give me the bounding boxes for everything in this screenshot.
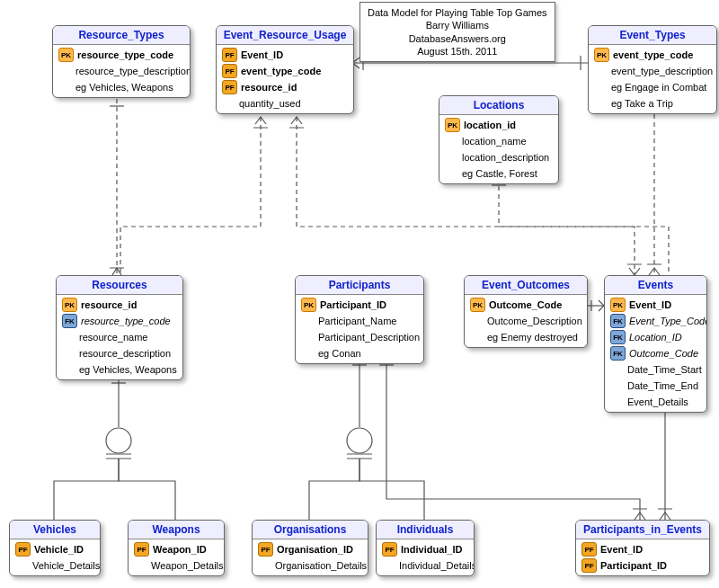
pf-key-icon: PF — [222, 64, 237, 78]
pk-key-icon: PK — [470, 298, 485, 312]
attribute-row: Outcome_Description — [465, 313, 587, 329]
pk-key-icon: PK — [445, 118, 460, 132]
attribute-row: resource_name — [57, 329, 182, 345]
attribute-row: eg Enemy destroyed — [465, 329, 587, 345]
attribute-label: event_type_code — [613, 49, 693, 60]
attribute-row: Organisation_Details — [253, 557, 368, 574]
attribute-label: eg Castle, Forest — [462, 168, 537, 179]
svg-point-1 — [347, 428, 372, 453]
attribute-row: PKOutcome_Code — [465, 297, 587, 313]
pk-key-icon: PK — [58, 48, 74, 62]
attribute-label: Individual_ID — [401, 544, 462, 555]
fk-key-icon: FK — [610, 314, 626, 328]
attribute-row: eg Take a Trip — [589, 95, 716, 111]
entity-body: PKOutcome_CodeOutcome_Descriptioneg Enem… — [465, 295, 587, 347]
pk-key-icon: PK — [301, 298, 316, 312]
diagram-title-box: Data Model for Playing Table Top Games B… — [360, 2, 555, 62]
pf-key-icon: PF — [134, 542, 149, 557]
attribute-row: PFIndividual_ID — [377, 541, 474, 557]
attribute-row: PFOrganisation_ID — [253, 541, 368, 557]
entity-body: PKresource_type_coderesource_type_descri… — [53, 45, 190, 97]
attribute-label: location_id — [464, 120, 516, 130]
attribute-label: resource_id — [241, 82, 297, 93]
entity-event-outcomes: Event_OutcomesPKOutcome_CodeOutcome_Desc… — [464, 275, 588, 348]
attribute-label: Weapon_Details — [151, 560, 224, 571]
fk-key-icon: FK — [62, 314, 77, 328]
attribute-label: eg Take a Trip — [611, 98, 673, 109]
entity-events: EventsPKEvent_IDFKEvent_Type_CodeFKLocat… — [604, 275, 707, 413]
attribute-row: Vehicle_Details — [10, 557, 100, 574]
pf-key-icon: PF — [258, 542, 273, 557]
attribute-label: Participant_Name — [318, 316, 396, 326]
attribute-row: PKevent_type_code — [589, 47, 716, 63]
attribute-row: PKEvent_ID — [605, 297, 706, 313]
attribute-row: PKresource_type_code — [53, 47, 190, 63]
attribute-label: Event_ID — [241, 49, 283, 60]
attribute-label: Event_Details — [627, 396, 688, 407]
attribute-row: Date_Time_Start — [605, 361, 706, 378]
attribute-row: Event_Details — [605, 394, 706, 410]
attribute-row: eg Engage in Combat — [589, 79, 716, 95]
entity-title: Events — [605, 276, 706, 295]
attribute-label: Outcome_Description — [487, 316, 582, 326]
pf-key-icon: PF — [15, 542, 31, 557]
entity-body: PFWeapon_IDWeapon_Details — [129, 539, 224, 575]
attribute-row: Participant_Description — [296, 329, 423, 345]
attribute-label: eg Conan — [318, 348, 361, 359]
attribute-row: resource_type_description — [53, 63, 190, 79]
attribute-row: FKresource_type_code — [57, 313, 182, 329]
entity-participants: ParticipantsPKParticipant_IDParticipant_… — [295, 275, 424, 364]
attribute-label: eg Engage in Combat — [611, 82, 706, 93]
attribute-label: resource_name — [79, 332, 147, 343]
attribute-row: eg Conan — [296, 345, 423, 361]
attribute-label: resource_type_code — [77, 49, 173, 60]
title-line-1: Data Model for Playing Table Top Games — [368, 6, 547, 19]
entity-body: PKevent_type_codeevent_type_descriptione… — [589, 45, 716, 113]
attribute-row: PKresource_id — [57, 297, 182, 313]
attribute-label: eg Vehicles, Weapons — [79, 364, 177, 375]
title-line-2: Barry Williams — [368, 19, 547, 31]
attribute-row: FKOutcome_Code — [605, 345, 706, 361]
title-line-3: DatabaseAnswers.org — [368, 32, 547, 45]
entity-title: Resources — [57, 276, 182, 295]
svg-point-0 — [106, 428, 131, 453]
attribute-row: PFEvent_ID — [217, 47, 353, 63]
entity-title: Participants_in_Events — [576, 521, 709, 539]
attribute-label: Vehicle_ID — [34, 544, 84, 555]
attribute-label: Date_Time_End — [627, 380, 698, 391]
attribute-row: FKEvent_Type_Code — [605, 313, 706, 329]
entity-title: Event_Resource_Usage — [217, 26, 353, 45]
attribute-row: quantity_used — [217, 95, 353, 111]
entity-title: Individuals — [377, 521, 474, 539]
attribute-label: Organisation_Details — [275, 560, 367, 571]
fk-key-icon: FK — [610, 346, 626, 361]
entity-body: PKParticipant_IDParticipant_NameParticip… — [296, 295, 423, 363]
entity-individuals: IndividualsPFIndividual_IDIndividual_Det… — [376, 520, 475, 576]
attribute-label: Outcome_Code — [629, 348, 698, 359]
attribute-label: eg Vehicles, Weapons — [75, 82, 173, 93]
entity-event-types: Event_TypesPKevent_type_codeevent_type_d… — [588, 25, 717, 114]
entity-title: Event_Outcomes — [465, 276, 587, 295]
attribute-label: Event_Type_Code — [629, 316, 707, 326]
attribute-label: Participant_Description — [318, 332, 420, 343]
pf-key-icon: PF — [581, 558, 597, 573]
attribute-row: eg Vehicles, Weapons — [57, 361, 182, 378]
entity-organisations: OrganisationsPFOrganisation_IDOrganisati… — [252, 520, 368, 576]
entity-resource-types: Resource_TypesPKresource_type_coderesour… — [52, 25, 191, 98]
pf-key-icon: PF — [222, 48, 237, 62]
attribute-row: Participant_Name — [296, 313, 423, 329]
attribute-row: eg Castle, Forest — [439, 165, 558, 182]
attribute-row: location_description — [439, 149, 558, 165]
attribute-label: Individual_Details — [399, 560, 475, 571]
attribute-label: Location_ID — [629, 332, 682, 343]
attribute-row: PFParticipant_ID — [576, 557, 709, 574]
attribute-label: resource_id — [81, 299, 137, 310]
entity-title: Event_Types — [589, 26, 716, 45]
entity-body: PFOrganisation_IDOrganisation_Details — [253, 539, 368, 575]
entity-title: Resource_Types — [53, 26, 190, 45]
attribute-label: location_description — [462, 152, 549, 163]
entity-participants-in-events: Participants_in_EventsPFEvent_IDPFPartic… — [575, 520, 710, 576]
attribute-row: PKParticipant_ID — [296, 297, 423, 313]
attribute-label: Vehicle_Details — [32, 560, 100, 571]
attribute-label: resource_type_code — [81, 316, 171, 326]
